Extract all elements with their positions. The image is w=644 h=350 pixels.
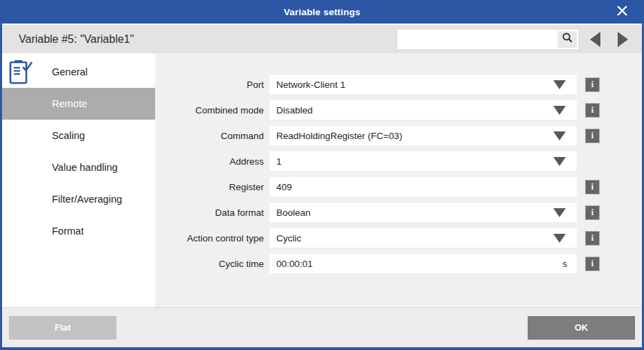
info-button[interactable]: i <box>585 129 600 143</box>
sidebar-item-remote[interactable]: Remote <box>2 88 155 120</box>
field-value: Cyclic <box>276 233 548 243</box>
address-dropdown[interactable]: 1 <box>269 151 577 171</box>
dropdown-arrow-icon[interactable] <box>553 234 566 243</box>
content-area: General Remote Scaling Value handling Fi… <box>2 53 642 307</box>
sidebar-item-value-handling[interactable]: Value handling <box>2 151 155 183</box>
field-value: Boolean <box>276 208 548 218</box>
dropdown-arrow-icon[interactable] <box>553 106 566 115</box>
sidebar-item-scaling[interactable]: Scaling <box>2 120 155 151</box>
form-row-combined-mode: Combined mode Disabled i <box>155 100 642 120</box>
info-button[interactable]: i <box>585 77 600 92</box>
sidebar-item-label: Scaling <box>52 130 85 141</box>
sidebar-item-label: Remote <box>52 98 87 109</box>
field-label: Combined mode <box>155 105 269 116</box>
form-row-port: Port Network-Client 1 i <box>155 75 642 94</box>
sidebar-item-label: Format <box>52 225 84 237</box>
info-icon: i <box>591 105 593 116</box>
clipboard-checklist-icon <box>8 58 34 86</box>
variable-settings-dialog: Variable settings Variable #5: "Variable… <box>0 0 644 350</box>
form-row-action-control-type: Action control type Cyclic i <box>155 228 642 248</box>
search-button[interactable] <box>557 31 577 48</box>
search-box <box>397 30 578 49</box>
header-bar: Variable #5: "Variable1" <box>2 25 642 53</box>
cyclic-time-input[interactable]: s <box>269 254 577 273</box>
flat-button[interactable]: Flat <box>9 316 116 340</box>
form-row-data-format: Data format Boolean i <box>155 203 642 222</box>
ok-button[interactable]: OK <box>528 316 635 340</box>
info-icon: i <box>591 208 593 218</box>
close-icon <box>616 5 628 19</box>
form-rows: Port Network-Client 1 i Combined mode Di… <box>155 75 642 273</box>
cyclic-time-text-input[interactable] <box>276 254 557 273</box>
dropdown-arrow-icon[interactable] <box>553 80 566 89</box>
field-value: 1 <box>276 156 548 167</box>
sidebar-item-format[interactable]: Format <box>2 215 155 247</box>
field-value: ReadHoldingRegister (FC=03) <box>276 131 548 141</box>
info-button[interactable]: i <box>585 180 600 194</box>
register-text-input[interactable] <box>276 177 571 196</box>
dropdown-arrow-icon[interactable] <box>553 157 566 166</box>
sidebar-item-filter-averaging[interactable]: Filter/Averaging <box>2 183 155 215</box>
info-icon: i <box>591 259 593 269</box>
field-label: Port <box>155 80 269 90</box>
info-button[interactable]: i <box>585 205 600 220</box>
footer-bar: Flat OK <box>2 307 642 347</box>
form-row-command: Command ReadHoldingRegister (FC=03) i <box>155 126 642 145</box>
field-unit: s <box>562 259 567 269</box>
data-format-dropdown[interactable]: Boolean <box>269 203 577 222</box>
dropdown-arrow-icon[interactable] <box>553 208 566 217</box>
previous-icon <box>590 32 600 47</box>
form-row-register: Register i <box>155 177 642 196</box>
variable-subtitle: Variable #5: "Variable1" <box>19 33 397 46</box>
info-icon: i <box>591 131 593 141</box>
port-dropdown[interactable]: Network-Client 1 <box>269 75 577 94</box>
field-label: Cyclic time <box>155 259 269 269</box>
action-control-type-dropdown[interactable]: Cyclic <box>269 228 577 248</box>
search-input[interactable] <box>399 31 557 48</box>
sidebar-item-label: General <box>52 66 88 77</box>
form-row-cyclic-time: Cyclic time s i <box>155 254 642 273</box>
field-value: Disabled <box>276 105 548 116</box>
field-label: Data format <box>155 208 269 218</box>
info-button[interactable]: i <box>585 257 600 271</box>
field-label: Action control type <box>155 233 269 243</box>
search-icon <box>562 32 573 46</box>
close-button[interactable] <box>610 0 634 24</box>
dropdown-arrow-icon[interactable] <box>553 131 566 140</box>
info-button[interactable]: i <box>585 103 600 118</box>
info-icon: i <box>591 80 593 90</box>
field-label: Address <box>155 156 269 167</box>
form-row-address: Address 1 <box>155 151 642 171</box>
info-button[interactable]: i <box>585 231 600 246</box>
info-icon: i <box>591 182 593 192</box>
settings-form: Port Network-Client 1 i Combined mode Di… <box>155 53 642 307</box>
previous-variable-button[interactable] <box>587 31 603 48</box>
field-value: Network-Client 1 <box>276 80 548 90</box>
register-input[interactable] <box>269 177 577 196</box>
sidebar: General Remote Scaling Value handling Fi… <box>2 53 155 307</box>
next-variable-button[interactable] <box>614 31 631 48</box>
info-icon: i <box>591 233 593 243</box>
command-dropdown[interactable]: ReadHoldingRegister (FC=03) <box>269 126 577 145</box>
next-icon <box>618 32 628 47</box>
combined-mode-dropdown[interactable]: Disabled <box>269 100 577 120</box>
dialog-title: Variable settings <box>284 7 361 17</box>
sidebar-item-label: Filter/Averaging <box>52 194 122 205</box>
titlebar: Variable settings <box>2 0 642 25</box>
field-label: Register <box>155 182 269 192</box>
field-label: Command <box>155 131 269 141</box>
sidebar-item-label: Value handling <box>52 162 118 173</box>
